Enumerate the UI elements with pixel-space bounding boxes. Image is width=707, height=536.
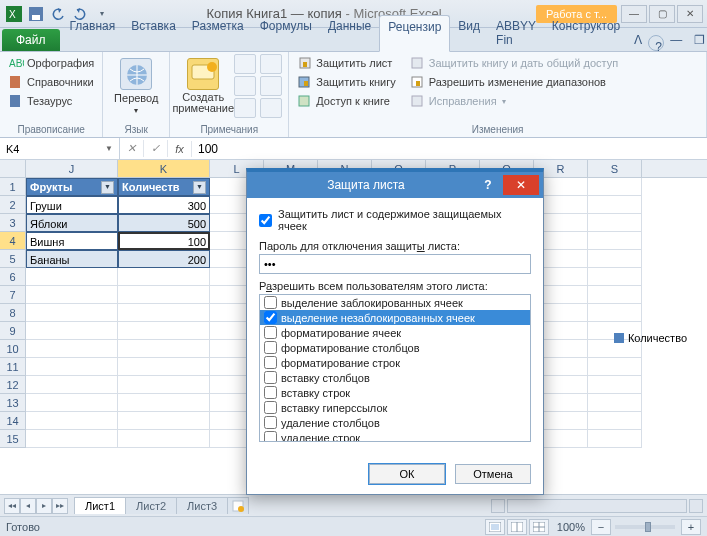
permission-checkbox[interactable]	[264, 431, 277, 442]
cell[interactable]	[26, 394, 118, 412]
filter-dropdown-icon[interactable]: ▼	[193, 181, 206, 194]
ribbon-tab[interactable]: Главная	[62, 15, 124, 51]
row-header[interactable]: 13	[0, 394, 26, 412]
ribbon-tab[interactable]: Формулы	[252, 15, 320, 51]
cell[interactable]	[118, 412, 210, 430]
permission-item[interactable]: удаление строк	[260, 430, 530, 442]
filter-dropdown-icon[interactable]: ▼	[101, 181, 114, 194]
save-icon[interactable]	[26, 4, 46, 24]
cell[interactable]: Вишня	[26, 232, 118, 250]
permission-checkbox[interactable]	[264, 341, 277, 354]
show-comment-button[interactable]	[260, 54, 282, 74]
sheet-tab[interactable]: Лист1	[74, 497, 126, 514]
password-input[interactable]	[259, 254, 531, 274]
close-button[interactable]: ✕	[677, 5, 703, 23]
sheet-nav-next-icon[interactable]: ▸	[36, 498, 52, 514]
delete-comment-button[interactable]	[234, 54, 256, 74]
cell[interactable]	[26, 322, 118, 340]
cell[interactable]	[26, 268, 118, 286]
permission-checkbox[interactable]	[264, 401, 277, 414]
row-header[interactable]: 15	[0, 430, 26, 448]
permission-item[interactable]: выделение незаблокированных ячеек	[260, 310, 530, 325]
row-header[interactable]: 6	[0, 268, 26, 286]
name-box[interactable]: K4 ▼	[0, 138, 120, 159]
permission-checkbox[interactable]	[264, 311, 277, 324]
ribbon-tab[interactable]: Разметка	[184, 15, 252, 51]
permission-checkbox[interactable]	[264, 356, 277, 369]
hscroll-right-icon[interactable]	[689, 499, 703, 513]
sheet-nav-last-icon[interactable]: ▸▸	[52, 498, 68, 514]
zoom-slider[interactable]	[615, 525, 675, 529]
ribbon-tab[interactable]: Конструктор	[544, 15, 628, 51]
cell[interactable]: 200	[118, 250, 210, 268]
cell[interactable]: Фрукты▼	[26, 178, 118, 196]
cell[interactable]	[118, 340, 210, 358]
protect-share-button[interactable]: Защитить книгу и дать общий доступ	[408, 54, 620, 72]
cell[interactable]	[588, 430, 642, 448]
new-comment-button[interactable]: Создать примечание	[176, 54, 230, 123]
next-comment-button[interactable]	[234, 98, 256, 118]
permission-item[interactable]: форматирование столбцов	[260, 340, 530, 355]
show-all-comments-button[interactable]	[260, 76, 282, 96]
hscroll-left-icon[interactable]	[491, 499, 505, 513]
cell[interactable]: Яблоки	[26, 214, 118, 232]
cell[interactable]	[588, 214, 642, 232]
allow-ranges-button[interactable]: Разрешить изменение диапазонов	[408, 73, 620, 91]
cell[interactable]	[588, 358, 642, 376]
row-header[interactable]: 1	[0, 178, 26, 196]
permission-checkbox[interactable]	[264, 326, 277, 339]
hscroll-track[interactable]	[507, 499, 687, 513]
permissions-listbox[interactable]: выделение заблокированных ячееквыделение…	[259, 294, 531, 442]
cell[interactable]	[26, 304, 118, 322]
cell[interactable]	[118, 376, 210, 394]
permission-item[interactable]: выделение заблокированных ячеек	[260, 295, 530, 310]
cell[interactable]	[588, 250, 642, 268]
fx-icon[interactable]: fx	[168, 141, 192, 157]
dialog-titlebar[interactable]: Защита листа ? ✕	[247, 172, 543, 198]
ribbon-tab[interactable]: ABBYY Fin	[488, 15, 544, 51]
sheet-nav-first-icon[interactable]: ◂◂	[4, 498, 20, 514]
row-header[interactable]: 14	[0, 412, 26, 430]
cell[interactable]	[588, 412, 642, 430]
show-ink-button[interactable]	[260, 98, 282, 118]
spelling-button[interactable]: ABCОрфография	[6, 54, 96, 72]
sheet-tab[interactable]: Лист2	[125, 497, 177, 514]
permission-checkbox[interactable]	[264, 416, 277, 429]
row-header[interactable]: 3	[0, 214, 26, 232]
cell[interactable]	[588, 178, 642, 196]
track-changes-button[interactable]: Исправления▾	[408, 92, 620, 110]
enter-formula-icon[interactable]: ✓	[144, 140, 168, 157]
sheet-nav-prev-icon[interactable]: ◂	[20, 498, 36, 514]
view-pagebreak-icon[interactable]	[529, 519, 549, 535]
permission-checkbox[interactable]	[264, 296, 277, 309]
row-header[interactable]: 10	[0, 340, 26, 358]
permission-item[interactable]: вставку гиперссылок	[260, 400, 530, 415]
protect-sheet-button[interactable]: Защитить лист	[295, 54, 398, 72]
cell[interactable]	[588, 286, 642, 304]
maximize-button[interactable]: ▢	[649, 5, 675, 23]
formula-input[interactable]	[192, 142, 707, 156]
cell[interactable]	[588, 304, 642, 322]
ribbon-tab[interactable]: Вставка	[123, 15, 184, 51]
zoom-level[interactable]: 100%	[557, 521, 585, 533]
column-header[interactable]: J	[26, 160, 118, 177]
cell[interactable]	[26, 286, 118, 304]
permission-item[interactable]: вставку столбцов	[260, 370, 530, 385]
prev-comment-button[interactable]	[234, 76, 256, 96]
cell[interactable]: Груши	[26, 196, 118, 214]
row-header[interactable]: 5	[0, 250, 26, 268]
cell[interactable]	[118, 304, 210, 322]
row-header[interactable]: 7	[0, 286, 26, 304]
ribbon-tab[interactable]: Данные	[320, 15, 379, 51]
dialog-close-icon[interactable]: ✕	[503, 175, 539, 195]
zoom-in-icon[interactable]: +	[681, 519, 701, 535]
permission-checkbox[interactable]	[264, 371, 277, 384]
cell[interactable]	[588, 376, 642, 394]
permission-item[interactable]: вставку строк	[260, 385, 530, 400]
view-layout-icon[interactable]	[507, 519, 527, 535]
row-header[interactable]: 11	[0, 358, 26, 376]
share-workbook-button[interactable]: Доступ к книге	[295, 92, 398, 110]
sheet-tab[interactable]: Лист3	[176, 497, 228, 514]
cell[interactable]	[118, 394, 210, 412]
cancel-button[interactable]: Отмена	[455, 464, 531, 484]
